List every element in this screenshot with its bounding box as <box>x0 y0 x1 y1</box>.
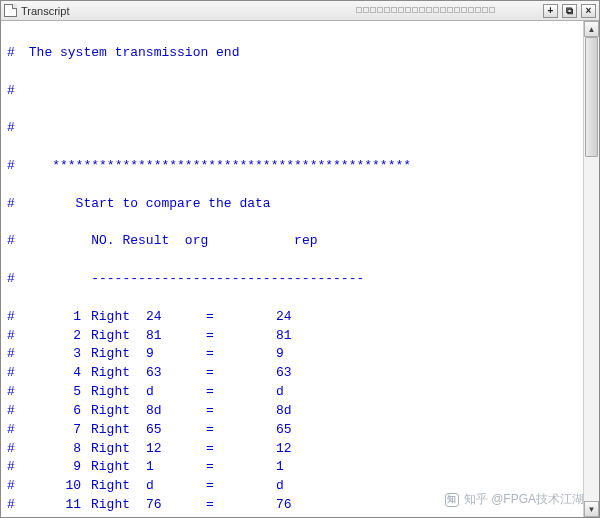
cell-no: 1 <box>21 308 91 327</box>
cell-no: 9 <box>21 458 91 477</box>
cell-eq: = <box>206 402 276 421</box>
table-row: #10Rightd=d <box>7 477 577 496</box>
cell-result: Right <box>91 364 146 383</box>
cell-no: 12 <box>21 515 91 517</box>
cell-eq: = <box>206 496 276 515</box>
table-row: #9Right1=1 <box>7 458 577 477</box>
cell-org: 63 <box>146 364 206 383</box>
cell-eq: = <box>206 383 276 402</box>
vertical-scrollbar[interactable]: ▲ ▼ <box>583 21 599 517</box>
table-row: #4Right63=63 <box>7 364 577 383</box>
cell-result: Right <box>91 496 146 515</box>
scroll-thumb[interactable] <box>585 37 598 157</box>
cell-result: Right <box>91 308 146 327</box>
table-row: #12Right3d=3d <box>7 515 577 517</box>
cell-org: 9 <box>146 345 206 364</box>
cell-result: Right <box>91 345 146 364</box>
cell-rep: 8d <box>276 402 292 421</box>
cell-org: 65 <box>146 421 206 440</box>
cell-rep: 3d <box>276 515 292 517</box>
table-row: #1Right24=24 <box>7 308 577 327</box>
scroll-track[interactable] <box>584 37 599 501</box>
cell-eq: = <box>206 515 276 517</box>
cell-result: Right <box>91 515 146 517</box>
compare-title: Start to compare the data <box>76 196 271 211</box>
window-title: Transcript <box>21 5 352 17</box>
table-row: #5Rightd=d <box>7 383 577 402</box>
cell-rep: 1 <box>276 458 284 477</box>
cell-eq: = <box>206 327 276 346</box>
cell-org: d <box>146 383 206 402</box>
scroll-down-button[interactable]: ▼ <box>584 501 599 517</box>
cell-result: Right <box>91 327 146 346</box>
cell-result: Right <box>91 402 146 421</box>
table-row: #7Right65=65 <box>7 421 577 440</box>
cell-rep: 76 <box>276 496 292 515</box>
cell-rep: d <box>276 477 284 496</box>
close-button[interactable]: × <box>581 4 596 18</box>
col-result: Result <box>122 232 169 251</box>
cell-no: 5 <box>21 383 91 402</box>
transcript-content[interactable]: # The system transmission end # # # ****… <box>1 21 583 517</box>
cell-no: 7 <box>21 421 91 440</box>
cell-rep: 24 <box>276 308 292 327</box>
cell-no: 11 <box>21 496 91 515</box>
scroll-up-button[interactable]: ▲ <box>584 21 599 37</box>
table-row: #6Right8d=8d <box>7 402 577 421</box>
cell-org: 12 <box>146 440 206 459</box>
cell-org: 1 <box>146 458 206 477</box>
cell-no: 2 <box>21 327 91 346</box>
content-wrap: # The system transmission end # # # ****… <box>1 21 599 517</box>
cell-no: 3 <box>21 345 91 364</box>
document-icon <box>4 4 17 17</box>
cell-no: 8 <box>21 440 91 459</box>
cell-rep: 63 <box>276 364 292 383</box>
cell-rep: 65 <box>276 421 292 440</box>
cell-no: 4 <box>21 364 91 383</box>
cell-rep: d <box>276 383 284 402</box>
cell-eq: = <box>206 458 276 477</box>
cell-org: d <box>146 477 206 496</box>
cell-eq: = <box>206 421 276 440</box>
table-row: #8Right12=12 <box>7 440 577 459</box>
transcript-window: Transcript + ⧉ × # The system transmissi… <box>0 0 600 518</box>
cell-eq: = <box>206 440 276 459</box>
col-rep: rep <box>294 232 317 251</box>
drag-grip[interactable] <box>356 7 536 15</box>
col-no: NO. <box>91 232 114 251</box>
data-rows: #1Right24=24#2Right81=81#3Right9=9#4Righ… <box>7 308 577 517</box>
col-org: org <box>185 232 208 251</box>
cell-no: 6 <box>21 402 91 421</box>
cell-result: Right <box>91 421 146 440</box>
cell-org: 8d <box>146 402 206 421</box>
cell-no: 10 <box>21 477 91 496</box>
cell-org: 76 <box>146 496 206 515</box>
cell-rep: 9 <box>276 345 284 364</box>
cell-eq: = <box>206 308 276 327</box>
cell-org: 3d <box>146 515 206 517</box>
cell-org: 81 <box>146 327 206 346</box>
cell-rep: 81 <box>276 327 292 346</box>
cell-rep: 12 <box>276 440 292 459</box>
line-header: # The system transmission end <box>7 44 577 63</box>
table-row: #2Right81=81 <box>7 327 577 346</box>
cell-eq: = <box>206 364 276 383</box>
dock-button[interactable]: ⧉ <box>562 4 577 18</box>
cell-org: 24 <box>146 308 206 327</box>
cell-eq: = <box>206 345 276 364</box>
titlebar[interactable]: Transcript + ⧉ × <box>1 1 599 21</box>
cell-result: Right <box>91 383 146 402</box>
dashline: ----------------------------------- <box>91 271 364 286</box>
table-row: #3Right9=9 <box>7 345 577 364</box>
cell-result: Right <box>91 440 146 459</box>
cell-eq: = <box>206 477 276 496</box>
separator-line: ****************************************… <box>52 158 411 173</box>
plus-button[interactable]: + <box>543 4 558 18</box>
table-row: #11Right76=76 <box>7 496 577 515</box>
cell-result: Right <box>91 458 146 477</box>
cell-result: Right <box>91 477 146 496</box>
